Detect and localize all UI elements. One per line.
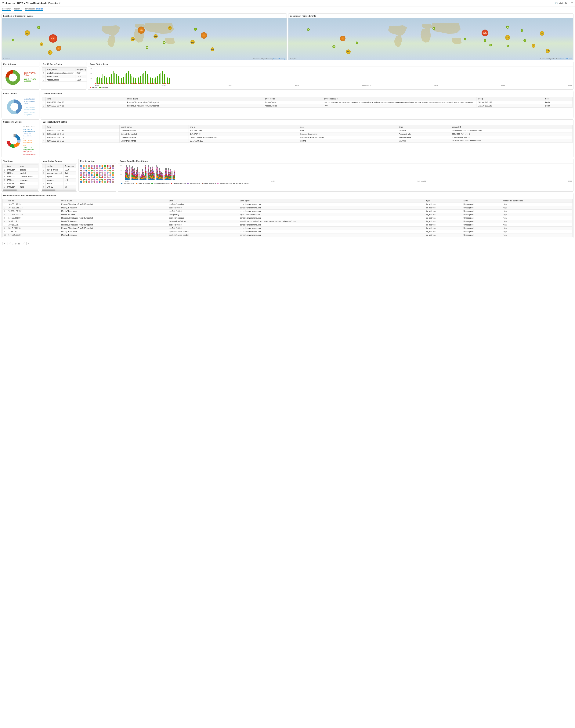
malicious-events-panel: Database Events from Known Malicious IP … (2, 193, 573, 238)
status-row: Event Status 5,335 (24.7%) Failure (2, 62, 573, 90)
fbubble-2a: 2 (521, 29, 523, 32)
et-seg-43-4 (174, 173, 175, 175)
et-seg-4-4 (129, 171, 130, 172)
tu-num-6: 6 (3, 185, 6, 189)
user-bubble-92 (83, 181, 85, 183)
bubble-4k: 4.3k (49, 34, 57, 43)
et-seg-29-0 (158, 179, 159, 180)
events-trend-chart-area: 600 400 200 0 (function(){ const contain… (120, 165, 572, 182)
legend-describedbclusters: DescribeDBClusters (233, 183, 249, 184)
srow-time-4: 31/05/2022 10:42:59 (45, 139, 120, 143)
mal-num-6: 6 (3, 220, 7, 223)
filter-icon[interactable]: ▽ (571, 2, 573, 4)
user-bubble-42 (88, 172, 90, 174)
bar-group-16 (122, 77, 124, 84)
improve-map-link[interactable]: Improve this map (273, 58, 285, 60)
successful-details-table: Time event_name src_ip user type request… (42, 125, 573, 143)
et-bar-group-41 (171, 171, 172, 180)
user-bubble-53 (83, 174, 85, 176)
et-seg-2-4 (127, 172, 128, 173)
page-header: 2. Amazon RDS - CloudTrail Audit Events … (0, 0, 575, 6)
et-seg-7-0 (133, 179, 134, 180)
clock-icon: 🕐 (555, 2, 558, 4)
user-bubble-60 (101, 174, 103, 176)
eng-engine-6: MySQL (45, 185, 64, 189)
bar-success-24 (137, 79, 137, 84)
eng-freq-1: 6,110 (64, 168, 76, 172)
et-seg-18-4 (145, 169, 146, 171)
refresh-icon[interactable]: ↻ (565, 2, 567, 5)
user-bubble-73 (101, 176, 103, 178)
user-bubble-66 (83, 176, 85, 178)
table-row: 1 IAMUser golang (3, 168, 38, 172)
eng-col-engine: engine (45, 165, 64, 168)
et-seg-42-0 (173, 179, 174, 180)
mal-agent-3: console.amazonaws.com (239, 210, 425, 213)
bar-success-1 (97, 77, 98, 84)
bubble-21k: 2.1k (201, 32, 207, 39)
et-bar-group-43 (174, 171, 175, 180)
bar-group-13 (117, 76, 119, 84)
table-row: 8 201.6.230.210 RestoreDBInstanceFromDBS… (3, 227, 573, 230)
et-seg-38-3 (168, 174, 169, 176)
first-page-button[interactable]: « (2, 242, 6, 245)
chevron-down-icon[interactable]: ▾ (569, 2, 570, 4)
scrollbar-track[interactable] (2, 189, 38, 190)
et-bar-group-23 (151, 170, 152, 180)
bubble-244: 244 (131, 37, 135, 41)
user-bubble-5 (94, 165, 95, 167)
freq-3: 1,106 (75, 78, 88, 82)
table-row: 2 aurora-postgresql 5,46 (42, 172, 76, 175)
user-bubble-45 (96, 172, 98, 174)
et-seg-25-0 (153, 179, 154, 180)
mal-conf-5: high (502, 216, 573, 220)
failed-events-labels: 2,394 (44.9%)CreateDBInstance 2,941 (55.… (25, 98, 35, 116)
time-range[interactable]: -24h (559, 2, 564, 4)
et-seg-30-5 (159, 171, 160, 172)
eng-engine-3: mysql (45, 175, 64, 178)
et-bar-group-30 (159, 168, 160, 180)
success-text: Success (24, 80, 31, 82)
successful-map-container: 239 5 4 4.3k 47 340 1k 3.8k 83 27 244 21… (2, 19, 286, 60)
et-seg-21-0 (149, 179, 150, 180)
user-bubble-14 (83, 167, 85, 169)
bar-group-31 (148, 76, 149, 84)
eng-col-freq: Frequency (64, 165, 76, 168)
et-seg-2-1 (127, 177, 128, 178)
freq-1: 2,394 (75, 71, 88, 75)
frow-msg-1: User: arn:aws:iam::951234567898:user/gos… (323, 101, 476, 104)
bar-success-23 (135, 78, 136, 84)
mal-agent-10: console.amazonaws.com (239, 234, 425, 237)
et-bar-group-28 (157, 167, 158, 180)
fbubble-621: 621 (505, 35, 510, 40)
filter-namespace[interactable]: namespace aws/rds (25, 8, 43, 11)
engine-scrollbar[interactable] (42, 189, 76, 190)
et-seg-25-7 (153, 171, 154, 172)
eng-num-5: 5 (42, 182, 46, 185)
filter-region[interactable]: region * (14, 8, 22, 11)
svg-point-2 (9, 73, 17, 81)
table-row: 2 InvalidSubnet 1,835 (42, 75, 88, 78)
bubble-5a: 5 (37, 26, 40, 29)
legend-success-label: Success (101, 86, 108, 88)
legend-deletedbcluster: DeleteDBCluster (187, 183, 200, 184)
last-page-button[interactable]: » (26, 242, 30, 245)
et-seg-2-0 (127, 178, 128, 180)
fbubble-5: 5 (523, 39, 526, 42)
events-trend-bars: (function(){ const container = document.… (125, 165, 572, 180)
table-row: 5 177.83.243.59 RestoreDBInstanceFromDBS… (3, 216, 573, 220)
failure-map-bg: 4 6 1k 1 17 445 19 2 1.4k 409 621 2 7 5 … (289, 19, 573, 60)
et-seg-41-7 (171, 171, 172, 173)
user-bubble-54 (86, 174, 88, 176)
next-page-button[interactable]: › (22, 242, 25, 245)
filter-account[interactable]: account * (2, 8, 11, 11)
bubble-239: 239 (25, 30, 30, 36)
scol-srcip: src_ip (189, 125, 299, 129)
filter-region-label: region (14, 8, 20, 10)
et-bar-group-9 (135, 174, 136, 180)
mal-actor-7: Unassigned (462, 223, 502, 227)
external-link-icon[interactable]: ↗ (59, 2, 61, 4)
prev-page-button[interactable]: ‹ (8, 242, 11, 245)
et-seg-28-6 (157, 168, 158, 170)
improve-map-link-failure[interactable]: Improve this map (560, 58, 572, 60)
